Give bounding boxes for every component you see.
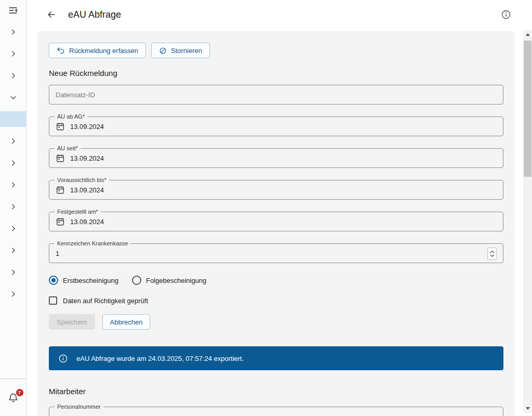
scrollbar-thumb[interactable] <box>524 41 531 177</box>
chevron-down-icon <box>9 94 17 101</box>
notification-badge: 7 <box>16 389 23 396</box>
chevron-right-icon <box>9 181 17 189</box>
radio-label: Folgebescheinigung <box>146 277 206 284</box>
page-header: eAU Abfrage <box>26 0 532 29</box>
calendar-icon[interactable] <box>56 153 65 163</box>
rueckmeldung-erfassen-button[interactable]: Rückmeldung erfassen <box>49 43 146 58</box>
field-value: 13.09.2024 <box>70 154 104 162</box>
info-icon <box>58 354 68 363</box>
cancel-icon <box>159 47 167 55</box>
field-label: Festgestellt am* <box>55 209 101 215</box>
chevron-right-icon <box>9 50 17 58</box>
field-label: Personalnummer <box>55 404 103 410</box>
sidebar-bottom: 7 <box>0 379 26 416</box>
number-stepper[interactable] <box>487 248 497 260</box>
sidebar-item-7[interactable] <box>0 174 26 196</box>
field-value: 13.09.2024 <box>70 218 104 226</box>
notifications-button[interactable]: 7 <box>8 392 19 403</box>
field-label: AU ab AG* <box>55 113 87 120</box>
au-seit-field[interactable]: AU seit* 13.09.2024 <box>49 148 503 168</box>
radio-icon <box>49 276 58 285</box>
sidebar-nav <box>0 21 26 305</box>
radio-label: Erstbescheinigung <box>63 277 118 284</box>
sidebar: 7 <box>0 0 26 416</box>
mitarbeiter-title: Mitarbeiter <box>49 387 503 396</box>
scroll-down-button[interactable] <box>523 404 532 413</box>
main-area: eAU Abfrage Rückmeldung erfassen <box>26 0 532 416</box>
sidebar-item-11[interactable] <box>0 261 26 283</box>
scrollbar[interactable] <box>523 30 532 413</box>
sidebar-subitem-selected[interactable] <box>0 111 26 127</box>
checkbox-icon <box>49 296 57 305</box>
field-label: Voraussichtlich bis* <box>55 177 109 184</box>
sidebar-item-9[interactable] <box>0 217 26 239</box>
banner-text: eAU Abfrage wurde am 24.03.2025, 07:57:2… <box>76 355 244 362</box>
abbrechen-button[interactable]: Abbrechen <box>102 314 151 330</box>
chevron-right-icon <box>9 246 17 254</box>
radio-folgebescheinigung[interactable]: Folgebescheinigung <box>132 276 206 285</box>
page-title: eAU Abfrage <box>68 9 489 20</box>
chevron-right-icon <box>9 225 17 232</box>
stornieren-button[interactable]: Stornieren <box>151 43 210 58</box>
checkbox-label: Daten auf Richtigkeit geprüft <box>63 297 148 305</box>
speichern-button[interactable]: Speichern <box>49 314 95 330</box>
export-info-banner: eAU Abfrage wurde am 24.03.2025, 07:57:2… <box>49 346 503 370</box>
button-label: Rückmeldung erfassen <box>69 47 138 55</box>
info-button[interactable] <box>501 9 511 20</box>
sidebar-item-6[interactable] <box>0 152 26 174</box>
datensatz-id-field[interactable] <box>49 85 503 105</box>
chevron-right-icon <box>9 268 17 276</box>
sidebar-item-8[interactable] <box>0 196 26 217</box>
personalnummer-field[interactable]: Personalnummer <box>49 407 503 416</box>
field-label: Kennzeichen Krankenkasse <box>55 240 130 247</box>
radio-erstbescheinigung[interactable]: Erstbescheinigung <box>49 276 118 285</box>
action-buttons: Rückmeldung erfassen Stornieren <box>49 43 503 58</box>
au-ab-ag-field[interactable]: AU ab AG* 13.09.2024 <box>49 116 503 136</box>
scroll-up-button[interactable] <box>523 30 532 39</box>
chevron-right-icon <box>9 203 17 211</box>
field-value: 13.09.2024 <box>70 186 104 194</box>
voraussichtlich-bis-field[interactable]: Voraussichtlich bis* 13.09.2024 <box>49 180 503 200</box>
arrow-down-icon <box>526 407 530 410</box>
sidebar-item-12[interactable] <box>0 283 26 305</box>
field-value: 13.09.2024 <box>70 123 104 131</box>
chevron-right-icon <box>9 290 17 298</box>
chevron-right-icon <box>9 72 17 80</box>
arrow-up-icon <box>526 33 530 36</box>
calendar-icon[interactable] <box>56 217 65 226</box>
sidebar-item-2[interactable] <box>0 43 26 64</box>
sidebar-item-10[interactable] <box>0 239 26 261</box>
chevron-right-icon <box>9 28 17 36</box>
field-label: AU seit* <box>55 145 81 152</box>
richtigkeit-checkbox[interactable]: Daten auf Richtigkeit geprüft <box>49 296 503 305</box>
button-label: Stornieren <box>171 47 202 55</box>
info-icon <box>501 9 511 20</box>
festgestellt-am-field[interactable]: Festgestellt am* 13.09.2024 <box>49 212 503 231</box>
kennzeichen-krankenkasse-field[interactable]: Kennzeichen Krankenkasse 1 <box>49 243 503 263</box>
arrow-left-icon <box>46 9 57 20</box>
radio-icon <box>132 276 141 285</box>
form-buttons: Speichern Abbrechen <box>49 314 503 330</box>
chevron-right-icon <box>9 159 17 167</box>
menu-toggle-button[interactable] <box>0 0 26 21</box>
sidebar-item-5[interactable] <box>0 130 26 152</box>
undo-icon <box>57 46 65 55</box>
back-button[interactable] <box>46 9 57 20</box>
checkbox-row: Daten auf Richtigkeit geprüft <box>49 296 503 305</box>
calendar-icon[interactable] <box>56 185 65 194</box>
sidebar-item-3[interactable] <box>0 64 26 86</box>
datensatz-id-input[interactable] <box>56 91 497 99</box>
content-panel: Rückmeldung erfassen Stornieren Neue Rüc… <box>37 31 514 416</box>
sidebar-item-1[interactable] <box>0 21 26 43</box>
sidebar-item-4[interactable] <box>0 86 26 108</box>
calendar-icon[interactable] <box>56 122 65 131</box>
menu-collapse-icon <box>8 5 18 16</box>
sidebar-spacer <box>0 305 26 379</box>
chevron-right-icon <box>9 137 17 145</box>
field-value: 1 <box>56 250 59 257</box>
bescheinigung-radio-group: Erstbescheinigung Folgebescheinigung <box>49 276 503 285</box>
section-title: Neue Rückmeldung <box>49 69 503 77</box>
